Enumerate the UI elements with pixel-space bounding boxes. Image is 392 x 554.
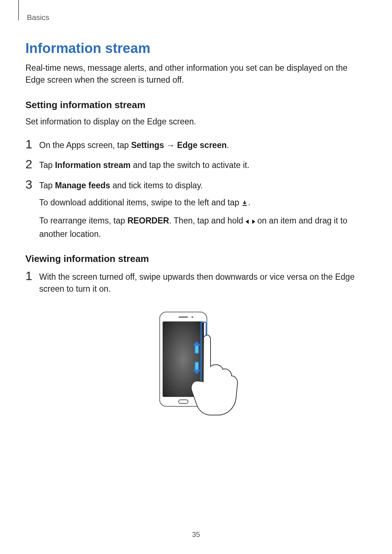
reorder-handle-icon bbox=[246, 216, 255, 228]
step-body: On the Apps screen, tap Settings → Edge … bbox=[39, 138, 229, 151]
text: To rearrange items, tap bbox=[39, 216, 127, 225]
bold-manage-feeds: Manage feeds bbox=[55, 181, 110, 190]
text: . bbox=[248, 198, 250, 207]
download-icon bbox=[241, 198, 248, 210]
svg-rect-5 bbox=[179, 316, 188, 318]
text: → bbox=[164, 140, 177, 150]
section1-steps: 1 On the Apps screen, tap Settings → Edg… bbox=[25, 138, 367, 240]
bold-settings: Settings bbox=[131, 140, 164, 150]
step-body: With the screen turned off, swipe upward… bbox=[39, 270, 367, 295]
page-number: 35 bbox=[0, 530, 392, 539]
section-heading-viewing: Viewing information stream bbox=[25, 253, 367, 264]
page-title: Information stream bbox=[25, 41, 367, 56]
step-number: 3 bbox=[25, 178, 39, 190]
text: and tap the switch to activate it. bbox=[131, 160, 249, 170]
step-number: 1 bbox=[25, 138, 39, 150]
step3-sub1: To download additional items, swipe to t… bbox=[39, 197, 367, 210]
svg-point-6 bbox=[192, 316, 193, 318]
header-rule bbox=[9, 0, 19, 20]
bold-edge-screen: Edge screen bbox=[177, 140, 227, 150]
svg-rect-11 bbox=[195, 345, 199, 353]
text: and tick items to display. bbox=[110, 181, 203, 190]
text: . bbox=[226, 140, 229, 150]
step-number: 1 bbox=[25, 270, 39, 282]
section1-lead: Set information to display on the Edge s… bbox=[25, 116, 367, 128]
swipe-illustration bbox=[25, 308, 367, 419]
svg-marker-1 bbox=[246, 219, 249, 224]
chapter-label: Basics bbox=[27, 13, 367, 22]
intro-paragraph: Real-time news, message alerts, and othe… bbox=[25, 62, 367, 86]
step-2: 2 Tap Information stream and tap the swi… bbox=[25, 158, 367, 171]
text: On the Apps screen, tap bbox=[39, 140, 131, 150]
text: Tap bbox=[39, 181, 55, 190]
step3-sub2: To rearrange items, tap REORDER. Then, t… bbox=[39, 215, 367, 240]
step-1: 1 On the Apps screen, tap Settings → Edg… bbox=[25, 138, 367, 151]
step-1: 1 With the screen turned off, swipe upwa… bbox=[25, 270, 367, 295]
bold-information-stream: Information stream bbox=[55, 160, 130, 170]
step-3: 3 Tap Manage feeds and tick items to dis… bbox=[25, 178, 367, 240]
text: To download additional items, swipe to t… bbox=[39, 198, 241, 207]
text: Tap bbox=[39, 160, 55, 170]
step-body: Tap Information stream and tap the switc… bbox=[39, 158, 249, 171]
svg-marker-2 bbox=[252, 219, 255, 224]
section-heading-setting: Setting information stream bbox=[25, 99, 367, 111]
bold-reorder: REORDER bbox=[127, 216, 169, 225]
section2-steps: 1 With the screen turned off, swipe upwa… bbox=[25, 270, 367, 295]
step-body: Tap Manage feeds and tick items to displ… bbox=[39, 178, 367, 240]
text: . Then, tap and hold bbox=[169, 216, 246, 225]
step-number: 2 bbox=[25, 158, 39, 170]
svg-rect-12 bbox=[195, 362, 199, 370]
